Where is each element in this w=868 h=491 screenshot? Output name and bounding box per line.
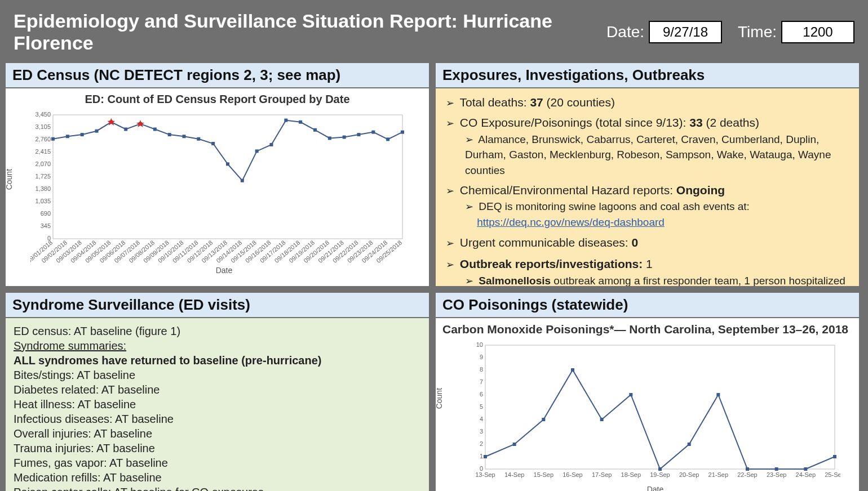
exposures-co: ➢ CO Exposure/Poisonings (total since 9/… xyxy=(446,114,849,178)
svg-rect-58 xyxy=(357,133,361,136)
panel-header-ed: ED Census (NC DETECT regions 2, 3; see m… xyxy=(6,63,429,88)
co-chart-title: Carbon Monoxide Poisonings*— North Carol… xyxy=(436,318,859,337)
exposures-chem-sub: ➢ DEQ is monitoring swine lagoons and co… xyxy=(465,199,849,230)
date-input[interactable] xyxy=(649,21,722,43)
svg-rect-93 xyxy=(600,418,604,421)
svg-text:3: 3 xyxy=(480,428,483,435)
svg-text:345: 345 xyxy=(41,222,51,229)
svg-rect-91 xyxy=(542,418,545,421)
svg-text:1,725: 1,725 xyxy=(35,173,51,180)
svg-text:19-Sep: 19-Sep xyxy=(650,471,670,478)
svg-text:14-Sep: 14-Sep xyxy=(504,471,524,478)
svg-text:21-Sep: 21-Sep xyxy=(708,471,728,478)
syndrome-item: Bites/stings: AT baseline xyxy=(14,368,421,382)
svg-rect-97 xyxy=(716,393,720,396)
svg-rect-57 xyxy=(343,136,346,139)
svg-rect-44 xyxy=(153,128,157,131)
syndrome-line3: ALL syndromes have returned to baseline … xyxy=(14,353,421,368)
svg-rect-38 xyxy=(66,135,69,138)
panel-exposures: Exposures, Investigations, Outbreaks ➢ T… xyxy=(435,62,860,287)
svg-rect-95 xyxy=(658,467,662,471)
svg-text:18-Sep: 18-Sep xyxy=(621,471,641,478)
panel-header-syndrome: Syndrome Surveillance (ED visits) xyxy=(6,293,429,318)
panel-header-co: CO Poisonings (statewide) xyxy=(436,293,859,318)
ed-chart-title: ED: Count of ED Census Report Grouped by… xyxy=(6,88,429,107)
svg-text:9: 9 xyxy=(480,354,483,360)
svg-text:20-Sep: 20-Sep xyxy=(679,471,699,478)
svg-rect-59 xyxy=(371,131,375,134)
svg-marker-63 xyxy=(136,120,144,127)
svg-rect-52 xyxy=(270,143,273,146)
svg-rect-98 xyxy=(746,467,749,471)
svg-rect-61 xyxy=(401,131,404,134)
page-title: Epidemiology and Surveillance Situation … xyxy=(14,10,597,54)
co-chart-xlabel: Date xyxy=(463,485,848,491)
svg-text:6: 6 xyxy=(480,391,483,398)
svg-rect-64 xyxy=(485,345,835,469)
svg-rect-100 xyxy=(804,467,807,471)
date-label: Date: xyxy=(606,23,644,41)
svg-text:22-Sep: 22-Sep xyxy=(737,471,757,478)
svg-text:3,105: 3,105 xyxy=(35,123,51,130)
svg-rect-92 xyxy=(571,368,574,372)
ed-chart-xlabel: Date xyxy=(30,266,418,275)
exposures-co-counties: ➢ Alamance, Brunswick, Cabarrus, Cartere… xyxy=(465,132,849,178)
exposures-outbreak-sub: ➢ Salmonellosis outbreak among a first r… xyxy=(465,273,849,286)
exposures-chem: ➢ Chemical/Environmental Hazard reports:… xyxy=(446,182,849,230)
svg-text:1,035: 1,035 xyxy=(35,198,51,204)
syndrome-item: Heat illness: AT baseline xyxy=(14,397,421,412)
syndrome-item: Fumes, gas vapor: AT baseline xyxy=(14,456,421,470)
svg-rect-94 xyxy=(629,393,632,396)
svg-rect-45 xyxy=(168,133,171,136)
svg-rect-99 xyxy=(775,467,778,471)
svg-rect-46 xyxy=(183,135,186,138)
svg-text:10: 10 xyxy=(476,341,483,348)
svg-rect-56 xyxy=(328,136,331,140)
svg-rect-90 xyxy=(513,443,516,446)
syndrome-item: Trauma injuries: AT baseline xyxy=(14,441,421,456)
syndrome-line1: ED census: AT baseline (figure 1) xyxy=(14,324,421,338)
svg-rect-50 xyxy=(241,179,244,182)
svg-text:690: 690 xyxy=(41,210,51,217)
svg-rect-37 xyxy=(51,137,55,141)
ed-chart: 03456901,0351,3801,7252,0702,4152,7603,1… xyxy=(30,109,408,267)
svg-rect-48 xyxy=(211,142,215,145)
svg-rect-54 xyxy=(299,120,302,124)
deq-dashboard-link[interactable]: https://deq.nc.gov/news/deq-dashboard xyxy=(477,216,665,228)
exposures-outbreak: ➢ Outbreak reports/investigations: 1 ➢ S… xyxy=(446,256,849,286)
svg-text:25-Sep: 25-Sep xyxy=(825,471,840,478)
svg-rect-47 xyxy=(197,137,200,141)
syndrome-item: Medication refills: AT baseline xyxy=(14,470,421,485)
svg-text:7: 7 xyxy=(480,378,483,385)
ed-chart-ylabel: Count xyxy=(6,168,14,189)
svg-text:2: 2 xyxy=(480,440,483,447)
panel-ed-census: ED Census (NC DETECT regions 2, 3; see m… xyxy=(5,62,430,287)
panel-syndrome: Syndrome Surveillance (ED visits) ED cen… xyxy=(5,292,430,491)
svg-text:5: 5 xyxy=(480,403,483,410)
panel-co: CO Poisonings (statewide) Carbon Monoxid… xyxy=(435,292,860,491)
svg-text:1: 1 xyxy=(480,453,483,459)
svg-text:16-Sep: 16-Sep xyxy=(563,471,582,478)
exposures-urgent: ➢ Urgent communicable diseases: 0 xyxy=(446,234,849,251)
svg-text:23-Sep: 23-Sep xyxy=(767,471,786,478)
svg-rect-0 xyxy=(53,115,402,239)
svg-rect-42 xyxy=(124,128,127,131)
svg-rect-40 xyxy=(95,130,99,133)
svg-text:8: 8 xyxy=(480,366,483,373)
time-input[interactable] xyxy=(781,21,854,43)
svg-rect-96 xyxy=(688,443,691,446)
svg-rect-101 xyxy=(833,455,836,458)
svg-text:15-Sep: 15-Sep xyxy=(534,471,553,478)
svg-rect-60 xyxy=(386,137,389,141)
svg-text:2,070: 2,070 xyxy=(35,160,51,167)
svg-text:13-Sep: 13-Sep xyxy=(475,471,495,478)
co-chart-ylabel: Count xyxy=(436,387,444,408)
svg-rect-39 xyxy=(81,133,84,136)
co-chart: 01234567891013-Sep14-Sep15-Sep16-Sep17-S… xyxy=(463,340,840,486)
syndrome-item: Infectious diseases: AT baseline xyxy=(14,412,421,426)
panel-header-exposures: Exposures, Investigations, Outbreaks xyxy=(436,63,859,88)
syndrome-line2: Syndrome summaries: xyxy=(14,338,421,353)
svg-rect-51 xyxy=(255,149,259,153)
svg-rect-49 xyxy=(226,162,229,166)
syndrome-item: Diabetes related: AT baseline xyxy=(14,382,421,397)
